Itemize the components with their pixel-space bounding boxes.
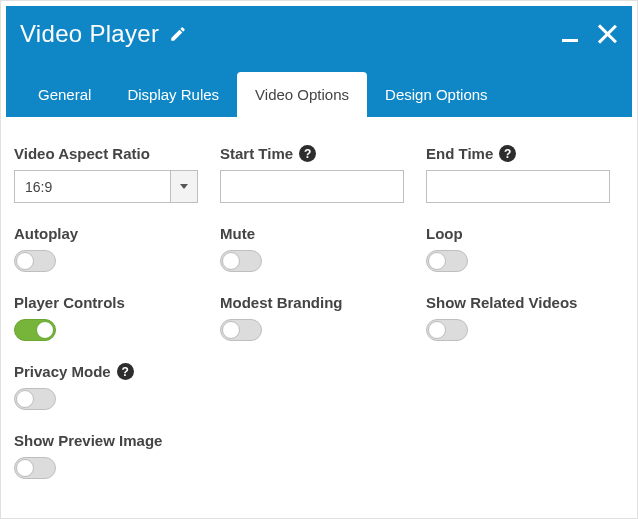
field-modest-branding: Modest Branding	[220, 294, 404, 341]
close-icon[interactable]	[596, 23, 618, 45]
privacy-mode-toggle[interactable]	[14, 388, 56, 410]
privacy-mode-label: Privacy Mode	[14, 363, 111, 380]
show-related-label: Show Related Videos	[426, 294, 610, 311]
field-privacy-mode: Privacy Mode ?	[14, 363, 198, 410]
chevron-down-icon	[180, 184, 188, 189]
start-time-label: Start Time	[220, 145, 293, 162]
field-mute: Mute	[220, 225, 404, 272]
start-time-input[interactable]	[220, 170, 404, 203]
player-controls-label: Player Controls	[14, 294, 198, 311]
video-player-dialog: Video Player General Display Rules Video…	[0, 0, 638, 519]
loop-toggle[interactable]	[426, 250, 468, 272]
dialog-title: Video Player	[20, 20, 159, 48]
autoplay-toggle[interactable]	[14, 250, 56, 272]
aspect-ratio-label: Video Aspect Ratio	[14, 145, 198, 162]
field-loop: Loop	[426, 225, 610, 272]
end-time-input[interactable]	[426, 170, 610, 203]
mute-label: Mute	[220, 225, 404, 242]
show-related-toggle[interactable]	[426, 319, 468, 341]
end-time-label: End Time	[426, 145, 493, 162]
show-preview-toggle[interactable]	[14, 457, 56, 479]
end-time-help-icon[interactable]: ?	[499, 145, 516, 162]
minimize-icon[interactable]	[562, 24, 582, 44]
player-controls-toggle[interactable]	[14, 319, 56, 341]
field-autoplay: Autoplay	[14, 225, 198, 272]
aspect-ratio-value: 16:9	[15, 171, 170, 202]
tab-display-rules[interactable]: Display Rules	[109, 72, 237, 117]
modest-branding-toggle[interactable]	[220, 319, 262, 341]
tab-video-options[interactable]: Video Options	[237, 72, 367, 117]
settings-panel: Video Aspect Ratio 16:9 Start Time ? End	[6, 117, 632, 513]
privacy-mode-help-icon[interactable]: ?	[117, 363, 134, 380]
tab-general[interactable]: General	[20, 72, 109, 117]
mute-toggle[interactable]	[220, 250, 262, 272]
field-aspect-ratio: Video Aspect Ratio 16:9	[14, 145, 198, 203]
field-start-time: Start Time ?	[220, 145, 404, 203]
aspect-ratio-select[interactable]: 16:9	[14, 170, 198, 203]
autoplay-label: Autoplay	[14, 225, 198, 242]
dialog-header: Video Player	[6, 6, 632, 61]
field-show-related: Show Related Videos	[426, 294, 610, 341]
tab-bar: General Display Rules Video Options Desi…	[6, 61, 632, 117]
field-show-preview: Show Preview Image	[14, 432, 198, 479]
aspect-ratio-dropdown-button[interactable]	[170, 171, 197, 202]
edit-title-icon[interactable]	[169, 25, 187, 43]
start-time-help-icon[interactable]: ?	[299, 145, 316, 162]
field-player-controls: Player Controls	[14, 294, 198, 341]
modest-branding-label: Modest Branding	[220, 294, 404, 311]
tab-design-options[interactable]: Design Options	[367, 72, 506, 117]
loop-label: Loop	[426, 225, 610, 242]
field-end-time: End Time ?	[426, 145, 610, 203]
show-preview-label: Show Preview Image	[14, 432, 198, 449]
